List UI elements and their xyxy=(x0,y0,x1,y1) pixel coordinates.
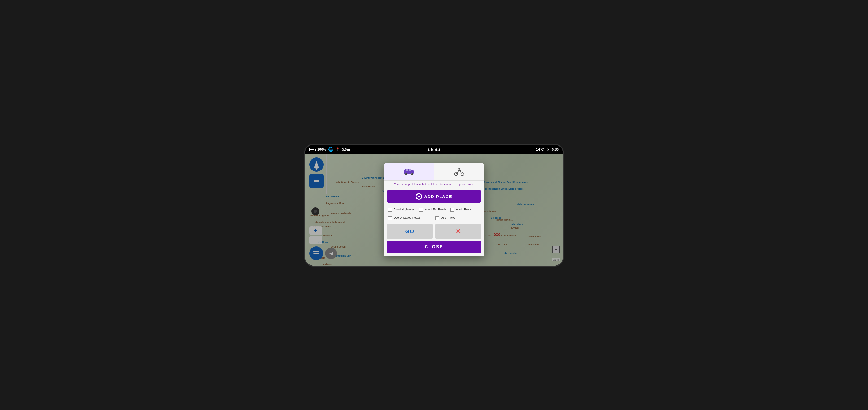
use-unpaved-checkbox[interactable] xyxy=(388,216,392,220)
car-transport-tab[interactable] xyxy=(383,163,434,180)
cancel-button[interactable]: ✕ xyxy=(435,224,481,239)
add-place-button[interactable]: + ADD PLACE xyxy=(387,190,481,203)
temperature: 14°C xyxy=(536,147,544,151)
avoid-highways-label: Avoid Highways xyxy=(394,207,414,211)
close-button[interactable]: CLOSE xyxy=(387,241,481,253)
time: 0:36 xyxy=(552,147,559,151)
svg-point-28 xyxy=(458,168,460,170)
status-center: 2.1(!)2.2 xyxy=(392,147,475,151)
dialog-overlay: You can swipe left or right to delete an… xyxy=(305,154,563,266)
car-icon xyxy=(403,168,415,175)
gps-accuracy: 5.0m xyxy=(342,147,350,151)
map-container: Alle Carrette Baire... Downtown Accommod… xyxy=(305,154,563,266)
phone-frame: 100% 🌐 📍 5.0m 2.1(!)2.2 14°C ⭘ 0:36 xyxy=(304,144,564,267)
use-unpaved-label: Use Unpaved Roads xyxy=(394,216,421,219)
svg-rect-16 xyxy=(406,169,408,171)
go-button[interactable]: GO xyxy=(387,224,433,239)
use-tracks-option[interactable]: Use Tracks xyxy=(435,216,480,220)
transport-tabs xyxy=(383,163,485,181)
route-options-row1: Avoid Highways Avoid Toll Roads Avoid Fe… xyxy=(383,205,485,215)
bluetooth-icon: ⭘ xyxy=(546,147,550,151)
svg-rect-17 xyxy=(409,169,411,171)
action-buttons: GO ✕ xyxy=(383,223,485,241)
svg-point-21 xyxy=(411,173,412,174)
battery-icon xyxy=(309,148,315,151)
status-bar: 100% 🌐 📍 5.0m 2.1(!)2.2 14°C ⭘ 0:36 xyxy=(305,145,563,154)
battery-percent: 100% xyxy=(317,147,326,151)
status-left: 100% 🌐 📍 5.0m xyxy=(309,147,392,152)
swipe-hint: You can swipe left or right to delete an… xyxy=(383,181,485,188)
bike-transport-tab[interactable] xyxy=(434,163,485,180)
avoid-ferry-checkbox[interactable] xyxy=(450,208,455,212)
cancel-icon: ✕ xyxy=(456,228,461,235)
close-label: CLOSE xyxy=(425,245,443,249)
use-unpaved-option[interactable]: Use Unpaved Roads xyxy=(388,216,433,220)
use-tracks-label: Use Tracks xyxy=(441,216,456,219)
add-place-label: ADD PLACE xyxy=(424,194,452,199)
route-dialog: You can swipe left or right to delete an… xyxy=(383,163,485,256)
bike-icon xyxy=(454,168,465,176)
avoid-highways-option[interactable]: Avoid Highways xyxy=(388,207,418,212)
route-options-row2: Use Unpaved Roads Use Tracks xyxy=(383,215,485,223)
gps-icon: 📍 xyxy=(336,147,340,151)
avoid-toll-option[interactable]: Avoid Toll Roads xyxy=(419,207,449,212)
avoid-ferry-option[interactable]: Avoid Ferry xyxy=(450,207,480,212)
avoid-highways-checkbox[interactable] xyxy=(388,208,392,212)
globe-icon: 🌐 xyxy=(328,147,334,152)
avoid-toll-label: Avoid Toll Roads xyxy=(425,207,446,211)
use-tracks-checkbox[interactable] xyxy=(435,216,439,220)
svg-point-20 xyxy=(405,173,406,174)
speed-display: 2.1(!)2.2 xyxy=(427,147,440,151)
avoid-toll-checkbox[interactable] xyxy=(419,208,423,212)
status-right: 14°C ⭘ 0:36 xyxy=(476,147,559,151)
add-place-circle-icon: + xyxy=(416,193,422,200)
avoid-ferry-label: Avoid Ferry xyxy=(456,207,471,211)
